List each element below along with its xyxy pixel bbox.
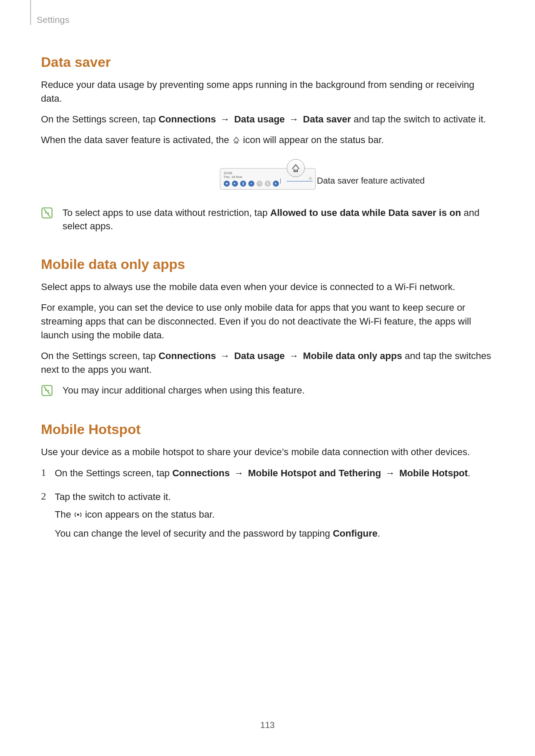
paragraph: Use your device as a mobile hotspot to s… [41, 445, 494, 459]
paragraph: On the Settings screen, tap Connections … [41, 112, 494, 126]
arrow-icon: → [230, 468, 248, 478]
text: To select apps to use data without restr… [63, 207, 270, 218]
statusbar-mock: 10:00 Thu, 18 Nov [220, 168, 316, 190]
svg-rect-3 [267, 182, 268, 184]
svg-point-6 [77, 513, 79, 515]
page-number: 113 [0, 720, 535, 730]
note-block: To select apps to use data without restr… [41, 206, 494, 234]
leader-line [287, 181, 313, 181]
heading-data-saver: Data saver [41, 54, 494, 70]
arrow-icon: → [216, 350, 234, 361]
text: On the Settings screen, tap [41, 114, 159, 125]
text: When the data saver feature is activated… [41, 134, 232, 145]
hotspot-icon [74, 509, 82, 523]
paragraph: When the data saver feature is activated… [41, 133, 494, 148]
text: On the Settings screen, tap [41, 350, 159, 361]
breadcrumb: Settings [37, 15, 494, 25]
sound-icon [232, 181, 238, 187]
flashlight-icon [265, 181, 271, 187]
data-saver-icon [232, 134, 241, 148]
bold: Data saver [303, 114, 351, 125]
bold: Mobile Hotspot [399, 468, 468, 478]
text: and tap the switch to activate it. [351, 114, 486, 125]
bold: Data usage [234, 350, 285, 361]
arrow-icon: → [285, 350, 303, 361]
location-icon [248, 181, 254, 187]
heading-mobile-data-only-apps: Mobile data only apps [41, 256, 494, 272]
bluetooth-icon [240, 181, 246, 187]
text: On the Settings screen, tap [55, 468, 172, 478]
bold: Allowed to use data while Data saver is … [270, 207, 461, 218]
text: The [55, 509, 74, 520]
bold: Configure [333, 528, 378, 539]
paragraph: For example, you can set the device to u… [41, 301, 494, 342]
text: icon will appear on the status bar. [243, 134, 384, 145]
bold: Mobile data only apps [303, 350, 402, 361]
bold: Data usage [234, 114, 285, 125]
bold: Connections [159, 114, 216, 125]
bold: Connections [172, 468, 230, 478]
text: icon appears on the status bar. [85, 509, 215, 520]
text: . [378, 528, 380, 539]
note-icon [41, 384, 53, 398]
paragraph: Select apps to always use the mobile dat… [41, 280, 494, 294]
text: Tap the switch to activate it. [55, 490, 380, 504]
leader-line [280, 178, 281, 184]
header-rule [30, 0, 31, 25]
bold: Mobile Hotspot and Tethering [248, 468, 381, 478]
figure-callout: Data saver feature activated [317, 176, 425, 186]
svg-point-0 [310, 178, 311, 179]
note-block: You may incur additional charges when us… [41, 384, 494, 398]
arrow-icon: → [216, 114, 234, 125]
step-number: 1 [41, 466, 49, 480]
note-icon [41, 207, 53, 221]
text: . [468, 468, 470, 478]
paragraph: On the Settings screen, tap Connections … [41, 349, 494, 377]
step-number: 2 [41, 490, 49, 544]
step-item: 1 On the Settings screen, tap Connection… [41, 466, 494, 480]
rotate-icon [257, 181, 263, 187]
arrow-icon: → [285, 114, 303, 125]
data-saver-bubble [287, 159, 305, 177]
step-item: 2 Tap the switch to activate it. The ico… [41, 490, 494, 544]
step-body: Tap the switch to activate it. The icon … [55, 490, 380, 544]
text: You can change the level of security and… [55, 528, 333, 539]
step-body: On the Settings screen, tap Connections … [55, 466, 470, 480]
arrow-icon: → [381, 468, 399, 478]
figure-status-bar: 10:00 Thu, 18 Nov Data saver feature act… [41, 159, 494, 198]
wifi-icon [224, 181, 230, 187]
bold: Connections [159, 350, 216, 361]
airplane-icon [273, 181, 279, 187]
svg-point-2 [251, 183, 251, 184]
note-text: You may incur additional charges when us… [63, 384, 305, 397]
paragraph: Reduce your data usage by preventing som… [41, 78, 494, 106]
heading-mobile-hotspot: Mobile Hotspot [41, 422, 494, 437]
note-text: To select apps to use data without restr… [63, 206, 494, 234]
